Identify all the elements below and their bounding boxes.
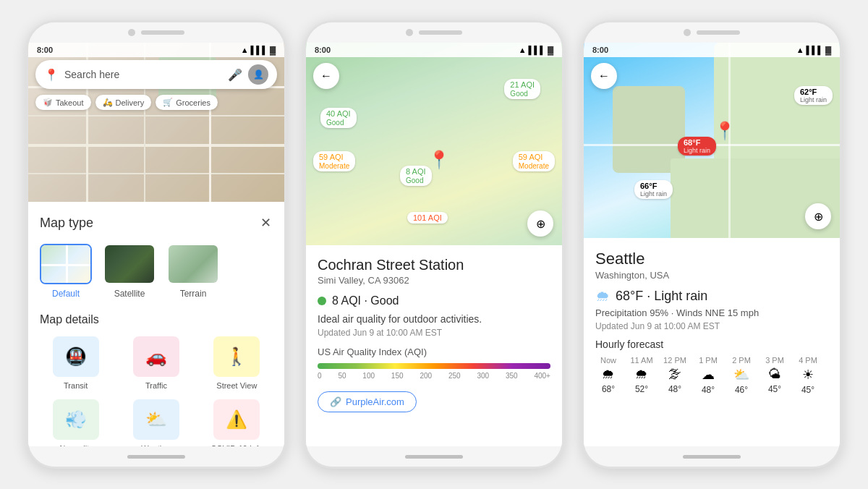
- back-button-2[interactable]: ←: [313, 63, 339, 89]
- takeout-pill[interactable]: 🥡 Takeout: [35, 95, 91, 110]
- transit-label: Transit: [64, 381, 88, 391]
- back-button-3[interactable]: ←: [591, 63, 617, 89]
- airquality-icon-bg: 💨: [53, 399, 99, 440]
- hour-2pm-temp: 46°: [735, 385, 748, 395]
- aqi-label-250: 250: [448, 372, 461, 380]
- aqi-badge-3-sublabel: Moderate: [319, 162, 349, 170]
- aqi-updated: Updated Jun 9 at 10:00 AM EST: [318, 328, 550, 338]
- delivery-pill[interactable]: 🛵 Delivery: [95, 95, 152, 110]
- hour-now-icon: 🌧: [602, 367, 615, 382]
- aqi-label-200: 200: [420, 372, 432, 380]
- phone-3-home-bar: [683, 455, 741, 459]
- phone-2-camera: [406, 29, 413, 36]
- close-button[interactable]: ✕: [259, 213, 273, 232]
- default-label: Default: [52, 289, 80, 299]
- takeout-icon: 🥡: [43, 98, 53, 107]
- aqi-badge-2: 40 AQI Good: [320, 108, 357, 128]
- status-icons-2: ▲ ▌▌▌ ▓: [519, 46, 553, 54]
- aqi-badge-4-label: 59 AQI: [519, 153, 543, 161]
- hour-2pm: 2 PM ⛅ 46°: [728, 356, 754, 395]
- detail-traffic[interactable]: 🚗 Traffic: [120, 336, 192, 391]
- aqi-badge-5-label: 8 AQI: [406, 167, 426, 176]
- hour-1pm: 1 PM ☁ 48°: [695, 356, 721, 395]
- phone-1-status-bar: 8:00 ▲ ▌▌▌ ▓: [28, 43, 284, 57]
- hour-4pm: 4 PM ☀ 45°: [795, 356, 821, 395]
- aqi-label-300: 300: [477, 372, 489, 380]
- phone-1-screen: 8:00 ▲ ▌▌▌ ▓ 📍 Search here 🎤 👤: [28, 43, 284, 446]
- phone-3-bottom-bar: [584, 446, 840, 467]
- purpleair-link[interactable]: 🔗 PurpleAir.com: [318, 391, 417, 412]
- satellite-thumbnail: [103, 244, 156, 284]
- map-search-bar[interactable]: 📍 Search here 🎤 👤: [35, 60, 277, 89]
- detail-weather[interactable]: ⛅ Weather: [120, 399, 192, 446]
- hour-11am-label: 11 AM: [630, 356, 652, 365]
- compass-3[interactable]: ⊕: [805, 203, 831, 229]
- aqi-badge-5: 8 AQI Good: [400, 166, 432, 186]
- aqi-badge-6-label: 101 AQI: [413, 213, 442, 222]
- detail-streetview[interactable]: 🚶 Street View: [201, 336, 273, 391]
- aqi-label-100: 100: [362, 372, 375, 380]
- map-pin-seattle: 📍: [714, 121, 736, 141]
- streetview-label: Street View: [216, 381, 257, 391]
- aqi-bar-labels: 0 50 100 150 200 250 300 350 400+: [318, 372, 550, 380]
- weather-temp: 68°F · Light rain: [616, 289, 707, 304]
- hourly-forecast: Now 🌧 68° 11 AM 🌧 52° 12 PM 🌫 48°: [595, 356, 828, 395]
- covid-icon-bg: ⚠️: [213, 399, 260, 440]
- weather-details: Precipitation 95% · Winds NNE 15 mph: [595, 307, 828, 318]
- detail-airquality[interactable]: 💨 Air quality: [40, 399, 111, 446]
- aqi-badge-2-label: 40 AQI: [326, 109, 351, 118]
- map-type-header: Map type ✕: [40, 213, 273, 232]
- compass-2[interactable]: ⊕: [527, 211, 553, 237]
- mic-icon[interactable]: 🎤: [228, 68, 242, 82]
- city-name: Seattle: [595, 250, 828, 268]
- covid-label: COVID-19 Info: [210, 444, 263, 446]
- google-pin-icon: 📍: [44, 68, 59, 82]
- map-pin: 📍: [428, 150, 450, 170]
- detail-transit[interactable]: 🚇 Transit: [40, 336, 111, 391]
- phone-3-screen: 62°F Light rain 68°F Light rain 66°F Lig…: [584, 43, 840, 446]
- temp-badge-1: 62°F Light rain: [794, 86, 833, 105]
- aqi-badge-5-sublabel: Good: [406, 177, 423, 184]
- map-type-satellite[interactable]: Satellite: [103, 244, 156, 299]
- satellite-thumb-bg: [105, 245, 154, 283]
- status-time-3: 8:00: [592, 46, 608, 54]
- status-time-1: 8:00: [37, 46, 53, 54]
- groceries-pill[interactable]: 🛒 Groceries: [156, 95, 218, 110]
- map-type-terrain[interactable]: Terrain: [167, 244, 219, 299]
- hour-3pm-icon: 🌤: [768, 367, 781, 382]
- phone-1-speaker: [141, 30, 184, 35]
- wifi-icon-2: ▲: [519, 46, 527, 54]
- groceries-label: Groceries: [176, 98, 210, 107]
- aqi-badge-2-sublabel: Good: [326, 119, 344, 127]
- phone-1-top-bar: [28, 22, 284, 43]
- phone-3-top-bar: [584, 22, 840, 43]
- temp-badge-3: 66°F Light rain: [634, 180, 673, 199]
- phone-3: 62°F Light rain 68°F Light rain 66°F Lig…: [582, 20, 842, 469]
- hourly-title: Hourly forecast: [595, 339, 828, 350]
- station-name: Cochran Street Station: [318, 257, 550, 273]
- aqi-index-title: US Air Quality Index (AQI): [318, 346, 550, 357]
- hour-1pm-icon: ☁: [702, 367, 715, 383]
- map-type-default[interactable]: Default: [40, 244, 92, 299]
- weather-icon: ⛅: [145, 409, 167, 430]
- hour-4pm-label: 4 PM: [799, 356, 817, 365]
- search-bar-label: Search here: [64, 69, 222, 80]
- hour-2pm-label: 2 PM: [732, 356, 751, 365]
- aqi-badge-1-sublabel: Good: [510, 90, 527, 98]
- aqi-badge-4-sublabel: Moderate: [519, 162, 549, 170]
- phone-1-home-bar: [127, 455, 185, 459]
- streetview-icon-bg: 🚶: [213, 336, 260, 377]
- user-avatar[interactable]: 👤: [248, 64, 268, 85]
- aqi-label-0: 0: [318, 372, 322, 380]
- aqi-label-400: 400+: [534, 372, 550, 380]
- phone-2-map: 21 AQI Good 40 AQI Good 59 AQI Moderate …: [306, 43, 562, 245]
- map-road: [28, 173, 284, 174]
- detail-covid[interactable]: ⚠️ COVID-19 Info: [201, 399, 273, 446]
- hour-1pm-temp: 48°: [702, 385, 715, 395]
- phone-2-speaker: [419, 30, 462, 35]
- map-type-sheet: Map type ✕ Default: [28, 202, 284, 446]
- aqi-dot: [318, 297, 326, 305]
- weather-main: 🌧 68°F · Light rain: [595, 288, 828, 305]
- default-thumbnail: [40, 244, 92, 284]
- phone-3-camera: [684, 29, 691, 36]
